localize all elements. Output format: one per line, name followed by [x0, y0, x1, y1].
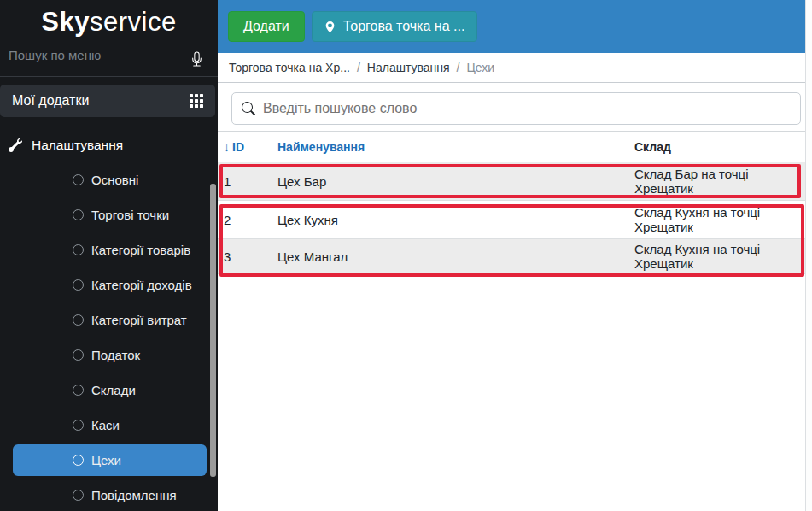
main-content: Додати Торгова точка на ... Торгова точк… — [218, 0, 812, 511]
action-toolbar: Додати Торгова точка на ... — [218, 0, 805, 53]
radio-circle-icon — [73, 209, 84, 220]
search-icon — [242, 102, 255, 115]
cell-name: Цех Кухня — [277, 213, 634, 227]
store-selector-label: Торгова точка на ... — [343, 19, 465, 34]
breadcrumb-separator: / — [457, 61, 460, 74]
table-row[interactable]: 3 Цех Мангал Склад Кухня на точці Хрещат… — [218, 239, 805, 274]
my-apps-label: Мої додатки — [12, 93, 190, 109]
sidebar-item-kategorii-dohodiv[interactable]: Категорії доходів — [0, 267, 218, 302]
sidebar-item-sklady[interactable]: Склади — [0, 373, 218, 408]
store-selector-button[interactable]: Торгова точка на ... — [312, 11, 478, 42]
sidebar-item-label: Основні — [91, 173, 138, 187]
cell-warehouse: Склад Кухня на точці Хрещатик — [634, 205, 805, 234]
logo-text-bold: Sky — [41, 7, 90, 37]
breadcrumb: Торгова точка на Хр... / Налаштування / … — [218, 53, 805, 83]
radio-circle-icon — [73, 490, 84, 501]
apps-grid-icon[interactable] — [190, 94, 203, 108]
logo-text-light: service — [90, 7, 177, 37]
sidebar-scrollbar-thumb[interactable] — [210, 184, 216, 477]
sidebar-item-tsekhy[interactable]: Цехи — [0, 443, 218, 478]
radio-circle-icon — [73, 279, 84, 291]
radio-circle-icon — [73, 349, 84, 361]
sidebar-item-label: Категорії доходів — [91, 278, 192, 292]
sidebar-item-kategorii-vytrat[interactable]: Категорії витрат — [0, 302, 218, 338]
sidebar-item-label: Податок — [91, 348, 140, 362]
cell-id: 3 — [218, 250, 277, 264]
table-row[interactable]: 2 Цех Кухня Склад Кухня на точці Хрещати… — [218, 201, 805, 239]
table-search-box — [231, 92, 801, 125]
sidebar-item-povidomlennia[interactable]: Повідомлення — [0, 478, 218, 511]
cell-id: 2 — [218, 213, 277, 227]
column-header-warehouse: Склад — [634, 140, 805, 154]
workshops-table: ↓ID Найменування Склад 1 Цех Бар Склад Б… — [218, 131, 805, 274]
sidebar-item-label: Цехи — [91, 453, 121, 467]
sidebar: Skyservice Мої додатки Налаштування Осно… — [0, 0, 218, 511]
sidebar-divider — [0, 76, 218, 77]
breadcrumb-current: Цехи — [466, 61, 494, 74]
cell-warehouse: Склад Кухня на точці Хрещатик — [634, 242, 805, 271]
settings-menu: Налаштування Основні Торгові точки Катег… — [0, 127, 218, 511]
app-logo: Skyservice — [0, 7, 218, 38]
menu-search-input[interactable] — [9, 48, 179, 62]
sidebar-item-kategorii-tovariv[interactable]: Категорії товарів — [0, 232, 218, 267]
breadcrumb-settings[interactable]: Налаштування — [367, 61, 450, 74]
sidebar-item-torgovi-tochky[interactable]: Торгові точки — [0, 197, 218, 232]
radio-circle-icon — [73, 314, 84, 326]
radio-circle-icon — [73, 385, 84, 396]
breadcrumb-store[interactable]: Торгова точка на Хр... — [229, 61, 350, 74]
section-label: Налаштування — [32, 138, 123, 153]
cell-name: Цех Мангал — [277, 250, 634, 264]
cell-id: 1 — [218, 174, 277, 189]
cell-warehouse: Склад Бар на точці Хрещатик — [634, 167, 805, 196]
radio-circle-icon — [73, 174, 84, 185]
radio-circle-icon — [73, 244, 84, 256]
search-input[interactable] — [263, 101, 791, 116]
sidebar-item-podatok[interactable]: Податок — [0, 338, 218, 373]
sidebar-item-label: Каси — [91, 418, 120, 432]
sidebar-item-label: Склади — [91, 383, 136, 397]
sidebar-item-kasy[interactable]: Каси — [0, 408, 218, 443]
sidebar-item-label: Категорії товарів — [91, 243, 190, 257]
main-scrollbar-track — [805, 0, 812, 511]
sort-ascending-icon: ↓ — [224, 140, 230, 154]
my-apps-bar[interactable]: Мої додатки — [0, 85, 215, 117]
table-row[interactable]: 1 Цех Бар Склад Бар на точці Хрещатик — [218, 162, 805, 201]
column-header-name[interactable]: Найменування — [277, 140, 634, 154]
sidebar-item-label: Торгові точки — [91, 208, 169, 222]
table-header-row: ↓ID Найменування Склад — [218, 131, 805, 162]
radio-circle-icon — [73, 455, 84, 466]
sidebar-section-settings[interactable]: Налаштування — [0, 127, 218, 162]
add-button[interactable]: Додати — [228, 11, 305, 42]
sidebar-item-label: Повідомлення — [91, 488, 177, 502]
location-pin-icon — [324, 20, 336, 34]
wrench-icon — [9, 138, 22, 152]
cell-name: Цех Бар — [277, 174, 634, 189]
column-header-id[interactable]: ↓ID — [218, 140, 277, 154]
radio-circle-icon — [73, 420, 84, 431]
breadcrumb-separator: / — [357, 61, 360, 74]
sidebar-item-label: Категорії витрат — [91, 313, 187, 327]
sidebar-item-osnovni[interactable]: Основні — [0, 162, 218, 197]
microphone-icon[interactable] — [190, 50, 204, 68]
